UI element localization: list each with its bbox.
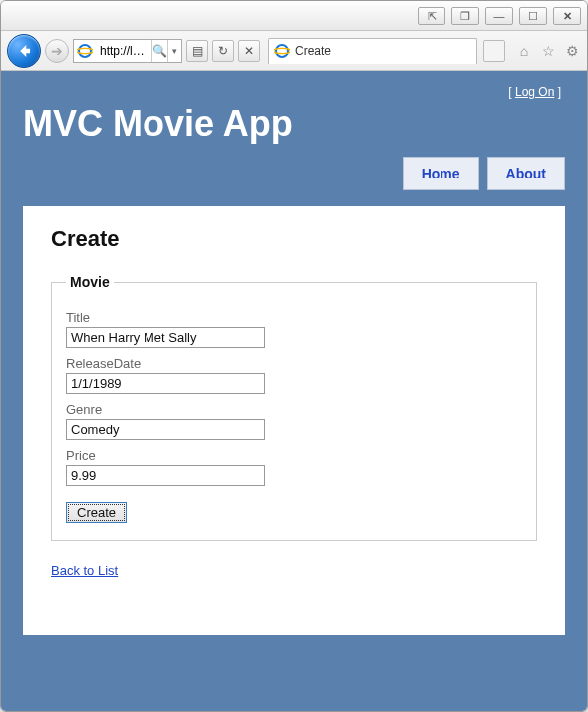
site-container: [ Log On ] MVC Movie App Home About Crea… (1, 71, 587, 665)
movie-fieldset: Movie Title ReleaseDate Genre Price (51, 274, 537, 541)
ie-logo-icon (74, 40, 96, 62)
svg-point-2 (276, 45, 288, 57)
window-expand-button[interactable]: ⇱ (418, 7, 445, 25)
favorites-icon[interactable]: ☆ (539, 42, 557, 60)
address-search-icon[interactable]: 🔍 (151, 40, 167, 62)
address-dropdown-icon[interactable]: ▾ (167, 40, 181, 62)
browser-window: ⇱ ❐ — ☐ ✕ ➔ http://loc... 🔍 ▾ ▤ ↻ ✕ Crea… (0, 0, 588, 712)
window-minimize-button[interactable]: — (485, 7, 513, 25)
refresh-button[interactable]: ↻ (212, 40, 234, 62)
menu-about-link[interactable]: About (487, 157, 565, 190)
arrow-left-icon (15, 42, 33, 60)
tab-title: Create (295, 44, 331, 58)
menu-home-link[interactable]: Home (403, 157, 479, 190)
genre-label: Genre (66, 402, 522, 417)
new-tab-button[interactable] (483, 40, 505, 62)
title-label: Title (66, 310, 522, 325)
page-body: Create Movie Title ReleaseDate Genre (23, 206, 565, 635)
toolbar-right-icons: ⌂ ☆ ⚙ (515, 42, 581, 60)
browser-toolbar: ➔ http://loc... 🔍 ▾ ▤ ↻ ✕ Create ⌂ ☆ ⚙ (1, 31, 587, 71)
settings-gear-icon[interactable]: ⚙ (563, 42, 581, 60)
title-input[interactable] (66, 327, 265, 348)
releasedate-label: ReleaseDate (66, 356, 522, 371)
site-title: MVC Movie App (23, 103, 565, 145)
browser-tab[interactable]: Create (268, 38, 477, 64)
bracket-right: ] (554, 85, 561, 99)
main-menu: Home About (23, 157, 565, 190)
releasedate-input[interactable] (66, 373, 265, 394)
tabstrip-button[interactable]: ▤ (186, 40, 208, 62)
nav-forward-button[interactable]: ➔ (45, 39, 69, 63)
window-restore-button[interactable]: ❐ (451, 7, 479, 25)
bracket-left: [ (508, 85, 515, 99)
page-heading: Create (51, 226, 537, 252)
window-maximize-button[interactable]: ☐ (519, 7, 547, 25)
create-submit-button[interactable] (66, 502, 127, 523)
account-area: [ Log On ] (23, 85, 565, 99)
ie-logo-icon (273, 42, 291, 60)
home-icon[interactable]: ⌂ (515, 42, 533, 60)
price-label: Price (66, 448, 522, 463)
fieldset-legend: Movie (66, 274, 114, 290)
nav-back-button[interactable] (7, 34, 41, 68)
back-to-list-link[interactable]: Back to List (51, 563, 118, 578)
price-input[interactable] (66, 465, 265, 486)
address-bar[interactable]: http://loc... 🔍 ▾ (73, 39, 182, 63)
stop-button[interactable]: ✕ (238, 40, 260, 62)
svg-point-0 (79, 45, 91, 57)
page-viewport[interactable]: [ Log On ] MVC Movie App Home About Crea… (1, 71, 587, 711)
window-close-button[interactable]: ✕ (553, 7, 581, 25)
window-titlebar: ⇱ ❐ — ☐ ✕ (1, 1, 587, 31)
arrow-right-icon: ➔ (51, 43, 63, 59)
address-text[interactable]: http://loc... (96, 44, 151, 58)
logon-link[interactable]: Log On (515, 85, 554, 99)
genre-input[interactable] (66, 419, 265, 440)
